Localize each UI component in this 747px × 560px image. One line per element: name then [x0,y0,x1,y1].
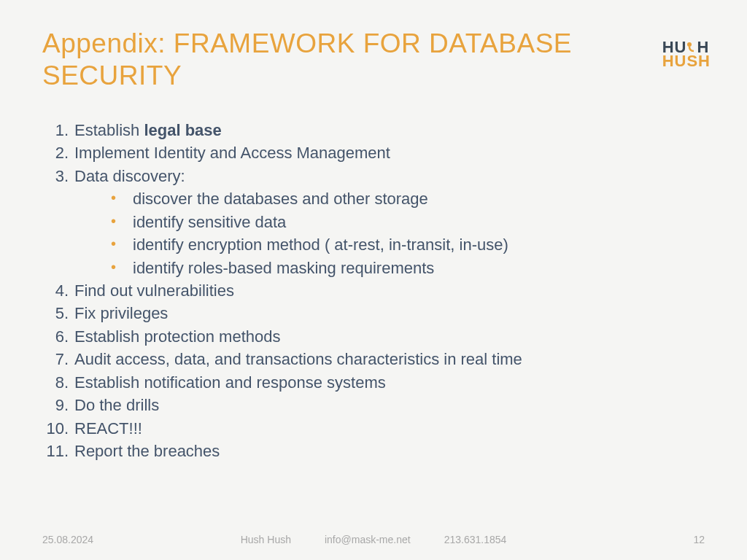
slide-header: Appendix: FRAMEWORK FOR DATABASE SECURIT… [42,28,705,93]
list-item: Fix privileges [42,302,705,324]
sub-list-item: identify encryption method ( at-rest, in… [111,233,705,256]
sub-list-item: discover the databases and other storage [111,187,705,210]
slide-title: Appendix: FRAMEWORK FOR DATABASE SECURIT… [42,28,626,93]
list-item: Report the breaches [42,440,705,462]
sub-list: discover the databases and other storage… [74,187,705,279]
list-item: Establish legal base [42,119,705,141]
footer-date: 25.08.2024 [42,534,93,545]
logo-line-2: HUSH [662,55,711,69]
list-item: Establish notification and response syst… [42,371,705,394]
footer-company: Hush Hush [241,534,291,545]
footer-email: info@mask-me.net [325,534,411,545]
footer-center: Hush Hush info@mask-me.net 213.631.1854 [241,534,507,545]
sub-list-item: identify sensitive data [111,211,705,233]
footer-phone: 213.631.1854 [444,534,507,545]
list-item: Establish protection methods [42,325,705,348]
list-item: Find out vulnerabilities [42,279,705,302]
slide-content: Establish legal base Implement Identity … [42,119,705,463]
sub-list-item: identify roles-based masking requirement… [111,257,705,279]
list-item: Implement Identity and Access Management [42,141,705,164]
svg-point-0 [687,42,692,47]
slide-footer: 25.08.2024 Hush Hush info@mask-me.net 21… [42,534,705,545]
logo-dot-icon [686,41,697,55]
logo: HUH HUSH [662,41,711,68]
ordered-list: Establish legal base Implement Identity … [42,119,705,463]
list-item: Data discovery: discover the databases a… [42,165,705,279]
list-item: Do the drills [42,394,705,416]
footer-page-number: 12 [693,534,705,545]
list-item: REACT!!! [42,417,705,440]
slide: Appendix: FRAMEWORK FOR DATABASE SECURIT… [0,0,747,560]
list-item: Audit access, data, and transactions cha… [42,348,705,370]
bold-text: legal base [144,121,221,139]
